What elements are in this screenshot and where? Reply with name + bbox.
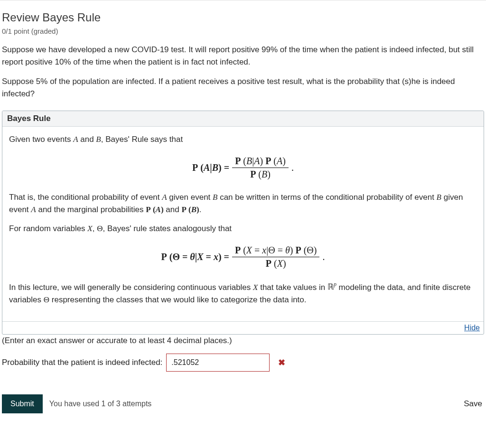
points-graded: 0/1 point (graded) — [2, 27, 484, 35]
hint-body: Given two events A and B, Bayes' Rule sa… — [2, 127, 484, 321]
answer-instructions: (Enter an exact answer or accurate to at… — [2, 335, 484, 347]
answer-input[interactable] — [166, 354, 270, 372]
equation-bayes-theta: P (Θ = θ|X = x) = P (X = x|Θ = θ) P (Θ) … — [9, 245, 477, 269]
bottom-bar: Submit You have used 1 of 3 attempts Sav… — [2, 394, 484, 413]
incorrect-icon: ✖ — [278, 357, 285, 368]
equation-bayes-ab: P (A|B) = P (B|A) P (A) P (B) . — [9, 156, 477, 180]
attempts-text: You have used 1 of 3 attempts — [49, 400, 152, 408]
hint-card: Bayes Rule Given two events A and B, Bay… — [2, 111, 484, 335]
problem-title: Review Bayes Rule — [2, 11, 484, 24]
hint-paragraph-4: In this lecture, we will generally be co… — [9, 280, 477, 306]
hide-link[interactable]: Hide — [464, 324, 480, 332]
hint-paragraph-1: Given two events A and B, Bayes' Rule sa… — [9, 133, 477, 146]
problem-paragraph-1: Suppose we have developed a new COVID-19… — [2, 44, 484, 69]
math-real-p: ℝp — [327, 282, 336, 291]
submit-button[interactable]: Submit — [2, 394, 43, 413]
hint-paragraph-3: For random variables X, Θ, Bayes' rule s… — [9, 223, 477, 235]
problem-container: Review Bayes Rule 0/1 point (graded) Sup… — [0, 0, 486, 423]
eq2-lhs: P (Θ = θ|X = x) = — [161, 252, 229, 262]
math-var-A: A — [73, 135, 78, 144]
eq1-lhs: P (A|B) = — [192, 162, 229, 173]
math-var-B: B — [96, 135, 101, 144]
bottom-left: Submit You have used 1 of 3 attempts — [2, 394, 151, 413]
problem-paragraph-2: Suppose 5% of the population are infecte… — [2, 75, 484, 101]
answer-line: Probability that the patient is indeed i… — [2, 354, 484, 372]
eq1-fraction: P (B|A) P (A) P (B) — [232, 156, 289, 180]
eq2-fraction: P (X = x|Θ = θ) P (Θ) P (X) — [232, 245, 320, 269]
hint-header: Bayes Rule — [2, 111, 484, 127]
hint-paragraph-2: That is, the conditional probability of … — [9, 191, 477, 216]
save-button[interactable]: Save — [462, 396, 484, 411]
hint-footer: Hide — [2, 321, 484, 334]
answer-label: Probability that the patient is indeed i… — [2, 358, 162, 367]
